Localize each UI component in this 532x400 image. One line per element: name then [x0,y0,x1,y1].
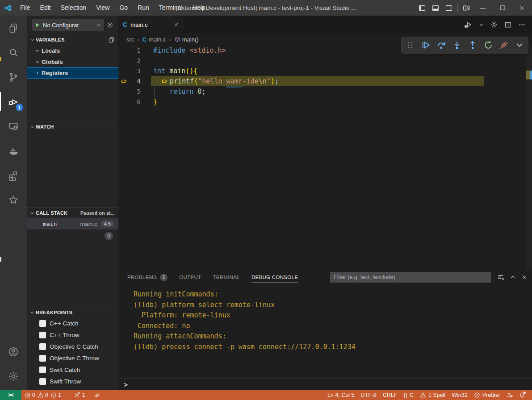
activity-source-control-icon[interactable] [0,65,27,89]
code-line-5[interactable]: 5 return 0; [118,86,532,96]
activity-run-and-debug-icon[interactable]: 1 [0,89,27,114]
breadcrumb-folder[interactable]: src [126,36,134,43]
breakpoint-objective-c-catch[interactable]: Objective C Catch [27,341,118,352]
formatter-status[interactable]: Prettier [471,390,503,400]
breadcrumb-file[interactable]: main.c [149,36,166,43]
call-stack-section-header[interactable]: CALL STACK Paused on st... [27,207,118,218]
problems-status[interactable]: 0 0 1 [21,390,64,400]
activity-settings-icon[interactable] [0,364,27,388]
checkbox[interactable] [39,355,46,362]
step-into-button[interactable] [452,40,462,50]
activity-star-icon[interactable] [0,188,27,212]
checkbox[interactable] [39,378,46,385]
current-frame-arrow-icon[interactable] [118,78,130,84]
close-tab-icon[interactable] [173,22,179,28]
code-line-2[interactable]: 2 [118,55,532,66]
disconnect-button[interactable] [499,40,509,50]
close-window-button[interactable] [512,0,532,16]
split-editor-icon[interactable] [504,21,512,29]
code-line-3[interactable]: 3int main(){ [118,66,532,76]
settings-gear-icon[interactable] [490,21,498,29]
collapse-all-icon[interactable] [108,37,115,43]
feedback-status[interactable] [503,390,516,400]
breakpoints-section-header[interactable]: BREAKPOINTS [27,307,118,317]
menu-go[interactable]: Go [114,0,133,16]
breakpoint-swift-catch[interactable]: Swift Catch [27,364,118,375]
debug-status-icon[interactable] [91,390,104,400]
tab-main-c[interactable]: C main.c [118,16,184,33]
code-line-6[interactable]: 6} [118,96,532,107]
spell-checker-status[interactable]: 1 Spell [417,390,448,400]
menu-terminal[interactable]: Terminal [154,0,188,16]
eol-indicator[interactable]: CRLF [380,390,401,400]
chevron-down-icon[interactable] [479,22,484,27]
menu-help[interactable]: Help [188,0,210,16]
menu-file[interactable]: File [15,0,35,16]
tab-terminal[interactable]: TERMINAL [213,269,240,285]
menu-edit[interactable]: Edit [35,0,56,16]
breakpoint-swift-throw[interactable]: Swift Throw [27,375,118,387]
activity-docker-icon[interactable] [0,138,27,163]
console-input-row[interactable]: > [118,379,532,390]
tab-output[interactable]: OUTPUT [179,269,201,285]
minimize-button[interactable]: — [473,0,493,16]
encoding-indicator[interactable]: UTF-8 [358,390,380,400]
checkbox[interactable] [39,367,46,373]
debug-console-output[interactable]: Running initCommands:(lldb) platform sel… [118,285,532,379]
console-filter-input[interactable] [330,272,491,283]
checkbox[interactable] [39,320,46,327]
more-actions-icon[interactable] [518,21,526,29]
gripper-icon[interactable] [405,40,415,50]
toggle-secondary-sidebar-icon[interactable] [442,0,456,16]
activity-accounts-icon[interactable] [0,339,27,364]
tab-debug-console[interactable]: DEBUG CONSOLE [251,269,298,285]
menu-view[interactable]: View [91,0,114,16]
chevron-down-icon [29,37,35,42]
continue-button[interactable] [421,40,431,50]
code-editor[interactable]: 1#include <stdio.h>23int main(){4 printf… [118,45,532,269]
checkbox[interactable] [39,332,46,338]
toggle-sidebar-icon[interactable] [415,0,429,16]
maximize-button[interactable] [493,0,512,16]
customize-layout-icon[interactable] [460,0,473,16]
activity-explorer-icon[interactable] [0,16,27,40]
language-mode[interactable]: {} C [401,390,417,400]
watch-section-header[interactable]: WATCH [27,121,118,132]
breakpoint-c-throw[interactable]: C++ Throw [27,329,118,341]
activity-search-icon[interactable] [0,40,27,65]
menu-selection[interactable]: Selection [56,0,92,16]
start-debug-icon[interactable] [35,22,40,28]
launch-config-dropdown[interactable]: No Configurat [32,19,104,31]
variables-item-locals[interactable]: Locals [27,45,118,56]
chevron-down-icon[interactable] [515,40,524,50]
toggle-panel-icon[interactable] [429,0,442,16]
notifications-status[interactable] [516,390,528,400]
variables-item-globals[interactable]: Globals [27,56,118,67]
maximize-panel-icon[interactable] [510,274,516,280]
activity-remote-explorer-icon[interactable] [0,114,27,138]
cursor-position[interactable]: Ln 4, Col 5 [324,390,357,400]
code-line-4[interactable]: 4 printf("hello wamr-ide\n"); [118,76,532,86]
open-launch-json-gear-icon[interactable] [104,19,116,31]
thread-row[interactable]: 0 [27,229,118,242]
variables-section-header[interactable]: VARIABLES [27,34,118,45]
tools-status[interactable]: 1 [71,390,88,400]
restart-button[interactable] [483,40,493,50]
close-panel-icon[interactable] [521,274,528,280]
breadcrumb-symbol[interactable]: main() [182,36,199,43]
variables-item-registers[interactable]: Registers [27,67,118,79]
menu-run[interactable]: Run [133,0,154,16]
activity-extensions-icon[interactable] [0,163,27,188]
platform-indicator[interactable]: Win32 [448,390,470,400]
overview-ruler[interactable] [526,45,532,269]
step-over-button[interactable] [436,40,446,50]
tab-problems[interactable]: PROBLEMS 1 [127,269,168,285]
run-or-debug-icon[interactable] [464,21,473,29]
breakpoint-c-catch[interactable]: C++ Catch [27,317,118,329]
checkbox[interactable] [39,343,46,350]
step-out-button[interactable] [468,40,478,50]
clear-console-icon[interactable] [497,274,504,281]
stack-frame-row[interactable]: main main.c 4:5 [27,218,118,229]
breakpoint-objective-c-throw[interactable]: Objective C Throw [27,352,118,364]
remote-indicator[interactable]: >< [0,390,21,400]
